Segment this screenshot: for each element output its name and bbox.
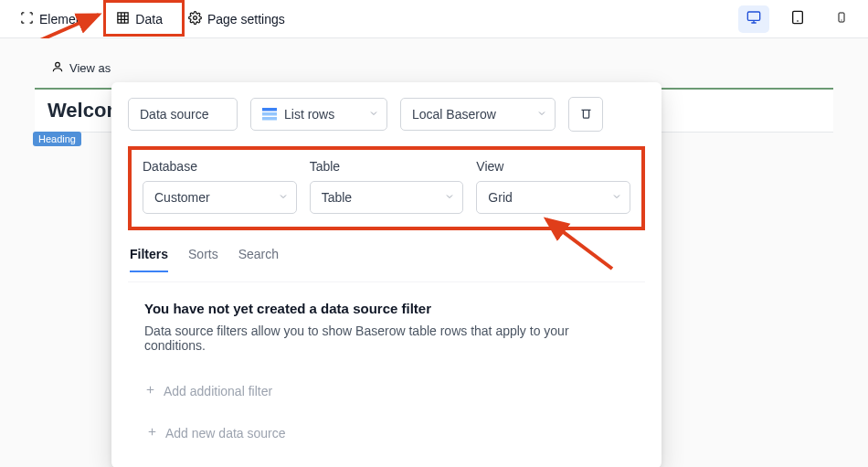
- svg-rect-7: [262, 108, 277, 111]
- elements-icon: [20, 11, 34, 27]
- mobile-icon: [836, 10, 847, 27]
- plus-icon: [146, 426, 158, 440]
- view-label: View: [476, 159, 630, 174]
- add-filter-label: Add additional filter: [164, 384, 272, 398]
- list-rows-icon: [262, 108, 277, 121]
- service-select-value: List rows: [284, 107, 334, 122]
- elements-tab[interactable]: Elements: [11, 5, 101, 33]
- database-label: Database: [143, 159, 297, 174]
- data-source-sub-tabs: Filters Sorts Search: [128, 247, 645, 282]
- add-data-source-button[interactable]: Add new data source: [128, 420, 645, 446]
- page-canvas: View as Welcon Heading Data source List …: [0, 38, 868, 467]
- chevron-down-icon: [444, 190, 455, 205]
- svg-rect-0: [118, 12, 128, 22]
- data-tab[interactable]: Data: [107, 5, 172, 33]
- add-data-source-label: Add new data source: [165, 426, 286, 440]
- filters-empty-state: You have not yet created a data source f…: [128, 301, 645, 404]
- tab-filters-label: Filters: [130, 247, 168, 261]
- database-select[interactable]: Customer: [143, 181, 297, 214]
- tab-sorts-label: Sorts: [188, 247, 218, 261]
- service-select[interactable]: List rows: [250, 98, 387, 131]
- svg-point-1: [194, 16, 197, 19]
- delete-data-source-button[interactable]: [568, 97, 603, 132]
- tablet-device-button[interactable]: [782, 5, 813, 33]
- svg-point-6: [56, 62, 60, 67]
- heading-element-tag: Heading: [33, 132, 81, 146]
- filters-empty-title: You have not yet created a data source f…: [144, 301, 629, 316]
- data-grid-icon: [116, 11, 130, 27]
- svg-rect-9: [262, 117, 277, 121]
- database-select-value: Customer: [154, 190, 210, 205]
- device-switch-group: [738, 5, 857, 33]
- chevron-down-icon: [536, 107, 547, 122]
- tab-filters[interactable]: Filters: [130, 247, 168, 272]
- integration-select[interactable]: Local Baserow: [400, 98, 556, 131]
- page-settings-tab[interactable]: Page settings: [179, 5, 294, 33]
- data-source-name-input[interactable]: Data source: [128, 98, 238, 131]
- elements-tab-label: Elements: [39, 12, 92, 27]
- add-filter-button[interactable]: Add additional filter: [144, 378, 629, 404]
- table-select-value: Table: [322, 190, 352, 205]
- plus-icon: [144, 384, 156, 398]
- svg-rect-8: [262, 112, 277, 116]
- table-label: Table: [310, 159, 464, 174]
- page-settings-tab-label: Page settings: [207, 12, 285, 27]
- gear-icon: [188, 11, 202, 27]
- chevron-down-icon: [368, 107, 379, 122]
- tab-search-label: Search: [238, 247, 279, 261]
- desktop-device-button[interactable]: [738, 5, 769, 33]
- desktop-icon: [746, 10, 762, 27]
- top-toolbar: Elements Data Page settings: [0, 0, 868, 38]
- data-source-name-text: Data source: [140, 107, 208, 122]
- view-as-button[interactable]: View as: [44, 57, 118, 80]
- svg-rect-3: [793, 11, 803, 23]
- view-as-label: View as: [69, 61, 111, 75]
- integration-select-value: Local Baserow: [412, 107, 496, 122]
- tab-search[interactable]: Search: [238, 247, 279, 272]
- mobile-device-button[interactable]: [826, 5, 857, 33]
- chevron-down-icon: [278, 190, 289, 205]
- chevron-down-icon: [611, 190, 622, 205]
- trash-icon: [579, 106, 593, 122]
- data-tab-label: Data: [135, 12, 163, 27]
- data-source-panel: Data source List rows Local Baserow: [111, 82, 662, 467]
- table-select[interactable]: Table: [310, 181, 464, 214]
- view-select-value: Grid: [488, 190, 512, 205]
- highlight-box-config: Database Table View Customer Table Grid: [128, 146, 645, 230]
- tab-sorts[interactable]: Sorts: [188, 247, 218, 272]
- svg-rect-2: [747, 12, 759, 20]
- user-icon: [51, 60, 64, 76]
- view-select[interactable]: Grid: [476, 181, 630, 214]
- tablet-icon: [790, 10, 805, 27]
- filters-empty-desc: Data source filters allow you to show Ba…: [144, 324, 629, 353]
